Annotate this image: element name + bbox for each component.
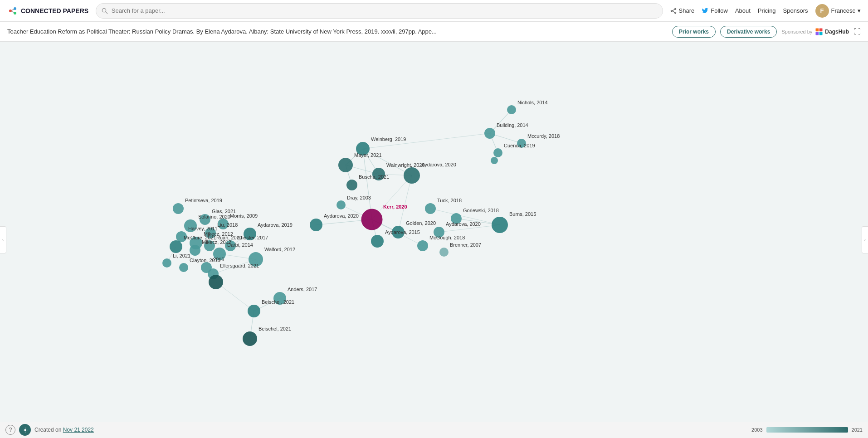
logo[interactable]: CONNECTED PAPERS bbox=[7, 5, 88, 16]
svg-point-8 bbox=[671, 10, 672, 11]
sponsors-button[interactable]: Sponsors bbox=[783, 7, 808, 14]
node-label: Mccurdy, 2018 bbox=[527, 133, 560, 139]
node-label: Brenner, 2007 bbox=[450, 242, 481, 248]
user-name: Francesc bbox=[831, 7, 855, 14]
search-icon bbox=[102, 8, 108, 14]
node-label: Building, 2014 bbox=[497, 122, 528, 128]
dagshub-icon bbox=[815, 28, 823, 36]
bottom-bar: ? Created on Nov 21 2022 2003 2021 bbox=[0, 422, 868, 438]
graph-node[interactable] bbox=[417, 240, 428, 251]
graph-node[interactable] bbox=[492, 217, 508, 233]
derivative-works-button[interactable]: Derivative works bbox=[720, 26, 777, 38]
share-button[interactable]: Share bbox=[670, 7, 695, 14]
svg-point-5 bbox=[102, 8, 106, 12]
sponsored-by-label: Sponsored by bbox=[781, 29, 812, 34]
node-label: Ellersgaard, 2021 bbox=[220, 263, 259, 268]
svg-line-3 bbox=[12, 9, 14, 10]
follow-button[interactable]: Follow bbox=[702, 7, 728, 14]
twitter-icon bbox=[702, 7, 708, 14]
graph-node[interactable] bbox=[179, 263, 188, 272]
bottom-left: ? Created on Nov 21 2022 bbox=[5, 424, 94, 436]
paper-title: Teacher Education Reform as Political Th… bbox=[7, 28, 667, 35]
search-input[interactable] bbox=[112, 7, 657, 14]
header-actions: Share Follow About Pricing Sponsors F Fr… bbox=[670, 4, 861, 18]
svg-line-6 bbox=[106, 12, 107, 14]
node-label: Wainwright, 2020 bbox=[386, 162, 425, 168]
created-date-link[interactable]: Nov 21 2022 bbox=[63, 427, 94, 433]
paper-actions: Prior works Derivative works Sponsored b… bbox=[672, 26, 861, 38]
pricing-button[interactable]: Pricing bbox=[758, 7, 776, 14]
node-label: McGough, 2018 bbox=[429, 235, 465, 240]
svg-point-9 bbox=[674, 12, 676, 13]
graph-node[interactable] bbox=[209, 275, 223, 289]
right-panel-toggle[interactable]: ‹ bbox=[862, 226, 868, 253]
graph-node[interactable] bbox=[173, 203, 184, 214]
svg-rect-15 bbox=[819, 32, 823, 35]
svg-rect-13 bbox=[819, 28, 823, 31]
graph-node[interactable] bbox=[439, 248, 449, 257]
graph-node[interactable] bbox=[493, 148, 502, 157]
dagshub-label: DagsHub bbox=[825, 29, 849, 35]
about-button[interactable]: About bbox=[735, 7, 751, 14]
graph-node[interactable] bbox=[248, 305, 260, 317]
node-label: Nichols, 2014 bbox=[517, 100, 548, 105]
node-label: Petintseva, 2019 bbox=[185, 198, 222, 203]
node-label: Golden, 2020 bbox=[406, 220, 436, 226]
graph-node[interactable] bbox=[507, 105, 516, 114]
graph-node[interactable] bbox=[425, 203, 436, 214]
graph-node[interactable] bbox=[162, 258, 171, 268]
graph-node[interactable] bbox=[336, 200, 346, 209]
svg-line-4 bbox=[12, 11, 14, 13]
svg-point-7 bbox=[674, 8, 676, 10]
node-label: Morris, 2009 bbox=[230, 213, 258, 219]
graph-node[interactable] bbox=[190, 245, 200, 256]
header: CONNECTED PAPERS Share Follow About Pric… bbox=[0, 0, 868, 22]
timeline-start: 2003 bbox=[751, 427, 762, 433]
node-label: Cuenca, 2019 bbox=[504, 143, 535, 148]
timeline-end: 2021 bbox=[852, 427, 863, 433]
graph-node[interactable] bbox=[491, 157, 498, 164]
node-label: Kerr, 2020 bbox=[383, 204, 407, 209]
svg-point-0 bbox=[9, 10, 12, 12]
svg-point-1 bbox=[14, 7, 16, 10]
graph-node[interactable] bbox=[170, 240, 182, 253]
created-text: Created on Nov 21 2022 bbox=[34, 427, 94, 433]
graph-node[interactable] bbox=[404, 167, 420, 184]
graph-node[interactable] bbox=[310, 219, 322, 231]
search-bar[interactable] bbox=[96, 3, 663, 19]
node-label: Liu, 2018 bbox=[217, 222, 238, 228]
created-label: Created on bbox=[34, 427, 61, 433]
share-label: Share bbox=[679, 7, 695, 14]
logo-text: CONNECTED PAPERS bbox=[21, 7, 88, 15]
timeline-bar bbox=[766, 427, 848, 433]
timeline-area: 2003 2021 bbox=[751, 427, 863, 433]
svg-point-2 bbox=[14, 12, 16, 15]
graph-node[interactable] bbox=[346, 180, 357, 190]
node-label: Aydarova, 2015 bbox=[385, 229, 420, 235]
user-menu-button[interactable]: F Francesc ▾ bbox=[815, 4, 861, 18]
help-button[interactable]: ? bbox=[5, 425, 15, 435]
graph-area: › ‹ Nichols, 2014Building, 2014Mccurdy, … bbox=[0, 42, 868, 438]
graph-node[interactable] bbox=[362, 209, 382, 229]
graph-node[interactable] bbox=[371, 235, 384, 248]
expand-button[interactable]: ⛶ bbox=[853, 28, 861, 36]
node-label: Solarino, 2020 bbox=[198, 214, 230, 219]
graph-node[interactable] bbox=[484, 128, 495, 139]
graph-node[interactable] bbox=[243, 331, 257, 346]
graph-node[interactable] bbox=[338, 158, 353, 172]
node-label: Darbi, 2014 bbox=[227, 242, 253, 248]
prior-works-button[interactable]: Prior works bbox=[672, 26, 716, 38]
node-label: Harvey, 2011 bbox=[188, 226, 218, 231]
node-label: Mayer, 2021 bbox=[354, 152, 382, 158]
node-label: Aydarova, 2019 bbox=[258, 222, 293, 228]
node-label: Gorlewski, 2018 bbox=[463, 208, 499, 213]
dagshub-logo: DagsHub bbox=[815, 28, 849, 36]
svg-line-10 bbox=[672, 9, 675, 11]
locate-icon bbox=[22, 427, 28, 433]
svg-rect-12 bbox=[816, 28, 819, 31]
node-label: Dray, 2003 bbox=[347, 195, 371, 200]
left-panel-toggle[interactable]: › bbox=[0, 226, 6, 253]
locate-button[interactable] bbox=[19, 424, 31, 436]
share-icon bbox=[670, 8, 677, 14]
paper-bar: Teacher Education Reform as Political Th… bbox=[0, 22, 868, 42]
